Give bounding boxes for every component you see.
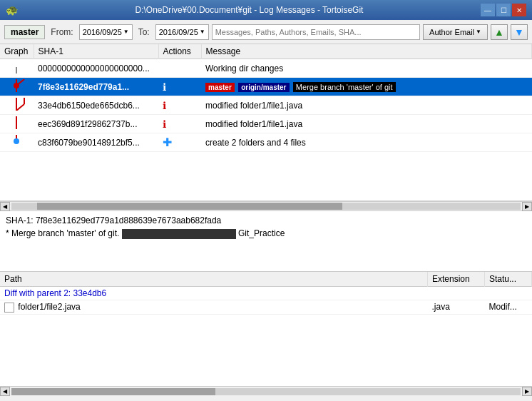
svg-point-3 <box>14 83 19 88</box>
message-cell-1: Working dir changes <box>201 59 532 78</box>
message-cell-2: master origin/master Merge branch 'maste… <box>201 78 532 96</box>
nav-down-button[interactable]: ▼ <box>511 24 528 40</box>
scroll-right-arrow[interactable]: ▶ <box>522 202 532 211</box>
from-date-value: 2016/09/25 <box>83 28 122 36</box>
detail-sha: SHA-1: 7f8e3e11629ed779a1d888639e7673aab… <box>6 215 526 225</box>
minimize-button[interactable]: — <box>481 4 495 16</box>
files-table-header: Path Extension Statu... <box>0 272 532 287</box>
titlebar: 🐢 D:\OneDrive¥00.Document¥git - Log Mess… <box>0 0 532 20</box>
author-email-dropdown[interactable]: Author Email ▼ <box>423 24 488 40</box>
close-button[interactable]: ✕ <box>512 4 526 16</box>
from-date-picker[interactable]: 2016/09/25 ▼ <box>79 24 133 40</box>
maximize-button[interactable]: ☐ <box>496 4 511 16</box>
graph-cell-5 <box>0 133 34 152</box>
log-row-3[interactable]: 33e4db6150ede665dcb6... ℹ modified folde… <box>0 96 532 115</box>
log-scroll-thumb <box>37 203 342 210</box>
graph-svg-2 <box>4 79 29 92</box>
actions-cell-1 <box>158 59 201 78</box>
files-scrollbar[interactable]: ◀ ▶ <box>0 386 532 396</box>
actions-cell-3: ℹ <box>158 96 201 115</box>
search-input[interactable] <box>212 24 420 40</box>
header-graph: Graph <box>0 44 34 59</box>
redacted-content <box>122 229 236 239</box>
sha-cell-1: 0000000000000000000000... <box>34 59 158 78</box>
sha-cell-5: c83f6079be90148912bf5... <box>34 133 158 152</box>
sha-cell-4: eec369d891f29862737b... <box>34 115 158 133</box>
header-sha: SHA-1 <box>34 44 158 59</box>
graph-svg-1 <box>4 61 29 73</box>
files-scroll-track[interactable] <box>11 388 521 395</box>
files-area: Path Extension Statu... Diff with parent… <box>0 272 532 386</box>
to-label: To: <box>135 27 153 37</box>
window-title: D:\OneDrive¥00.Document¥git - Log Messag… <box>18 5 481 15</box>
svg-point-9 <box>14 138 19 144</box>
detail-message-text: * Merge branch 'master' of git. <box>6 228 119 238</box>
window-controls: — ☐ ✕ <box>481 4 526 16</box>
header-extension: Extension <box>428 272 485 287</box>
scroll-left-arrow[interactable]: ◀ <box>0 202 10 211</box>
detail-message: * Merge branch 'master' of git. Git_Prac… <box>6 228 526 239</box>
log-table-header: Graph SHA-1 Actions Message <box>0 44 532 59</box>
file-row-1[interactable]: folder1/file2.java .java Modif... <box>0 300 532 315</box>
nav-up-button[interactable]: ▲ <box>491 24 508 40</box>
graph-cell-1 <box>0 59 34 78</box>
log-scrollbar[interactable]: ◀ ▶ <box>0 201 532 211</box>
merge-message: Merge branch 'master' of git <box>293 82 396 92</box>
message-cell-3: modified folder1/file1.java <box>201 96 532 115</box>
graph-svg-3 <box>4 98 29 111</box>
log-row-merge[interactable]: 7f8e3e11629ed779a1... ℹ master origin/ma… <box>0 78 532 96</box>
svg-line-6 <box>16 104 24 111</box>
message-cell-4: modified folder1/file1.java <box>201 115 532 133</box>
log-row-4[interactable]: eec369d891f29862737b... ℹ modified folde… <box>0 115 532 133</box>
file-ext-cell: .java <box>428 300 485 315</box>
origin-master-tag: origin/master <box>238 83 289 92</box>
graph-cell-4 <box>0 115 34 133</box>
file-path: folder1/file2.java <box>18 302 80 312</box>
master-tag: master <box>205 83 235 92</box>
diff-row-label: Diff with parent 2: 33e4db6 <box>0 287 532 300</box>
files-scroll-thumb <box>11 388 215 395</box>
files-table: Path Extension Statu... Diff with parent… <box>0 272 532 315</box>
header-path: Path <box>0 272 428 287</box>
title-icon: 🐢 <box>6 4 18 16</box>
graph-cell-3 <box>0 96 34 115</box>
to-date-picker[interactable]: 2016/09/25 ▼ <box>155 24 209 40</box>
diff-row[interactable]: Diff with parent 2: 33e4db6 <box>0 287 532 300</box>
sha-cell-3: 33e4db6150ede665dcb6... <box>34 96 158 115</box>
sha-cell-2: 7f8e3e11629ed779a1... <box>34 78 158 96</box>
author-email-label: Author Email <box>429 28 474 36</box>
graph-cell-2 <box>0 78 34 96</box>
file-icon <box>4 303 14 313</box>
file-status-cell: Modif... <box>485 300 532 315</box>
header-message: Message <box>201 44 532 59</box>
log-area: Graph SHA-1 Actions Message 000000000000… <box>0 44 532 201</box>
graph-svg-5 <box>4 135 29 148</box>
file-path-cell: folder1/file2.java <box>0 300 428 315</box>
to-date-arrow: ▼ <box>200 29 205 35</box>
from-date-arrow: ▼ <box>123 29 129 35</box>
actions-cell-2: ℹ <box>158 78 201 96</box>
header-status: Statu... <box>485 272 532 287</box>
branch-name: master <box>4 25 45 39</box>
graph-svg-4 <box>4 116 29 129</box>
author-email-arrow: ▼ <box>476 29 481 35</box>
to-date-value: 2016/09/25 <box>159 28 198 36</box>
actions-cell-5: ✚ <box>158 133 201 152</box>
log-table: Graph SHA-1 Actions Message 000000000000… <box>0 44 532 152</box>
log-row-5[interactable]: c83f6079be90148912bf5... ✚ create 2 fold… <box>0 133 532 152</box>
detail-message-suffix: Git_Practice <box>238 228 285 238</box>
log-row-working[interactable]: 0000000000000000000000... Working dir ch… <box>0 59 532 78</box>
files-scroll-left[interactable]: ◀ <box>0 387 10 396</box>
message-cell-5: create 2 folders and 4 files <box>201 133 532 152</box>
log-scroll-track[interactable] <box>11 203 521 210</box>
from-label: From: <box>48 27 76 37</box>
files-scroll-right[interactable]: ▶ <box>522 387 532 396</box>
actions-cell-4: ℹ <box>158 115 201 133</box>
detail-area: SHA-1: 7f8e3e11629ed779a1d888639e7673aab… <box>0 211 532 272</box>
header-actions: Actions <box>158 44 201 59</box>
toolbar: master From: 2016/09/25 ▼ To: 2016/09/25… <box>0 20 532 44</box>
